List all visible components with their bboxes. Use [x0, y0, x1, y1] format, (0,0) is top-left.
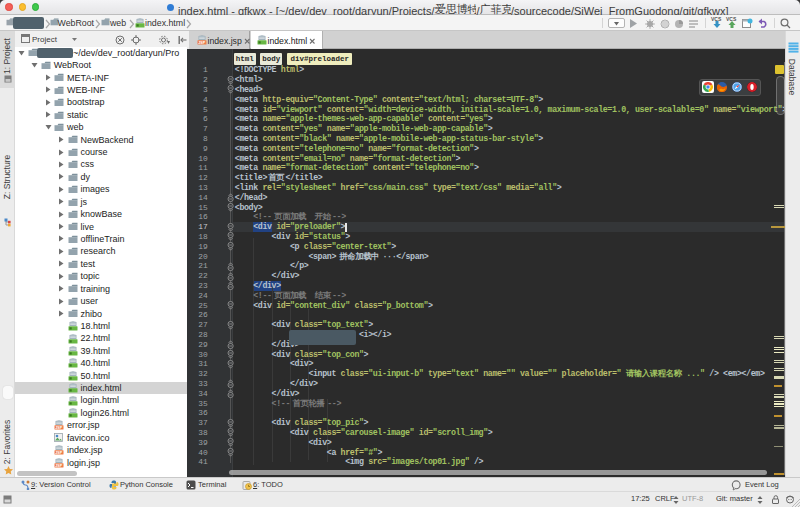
- svg-text:JSP: JSP: [198, 40, 205, 44]
- svg-text:JSP: JSP: [56, 464, 63, 468]
- svg-text:JSP: JSP: [56, 451, 63, 455]
- svg-text:JSP: JSP: [56, 426, 63, 430]
